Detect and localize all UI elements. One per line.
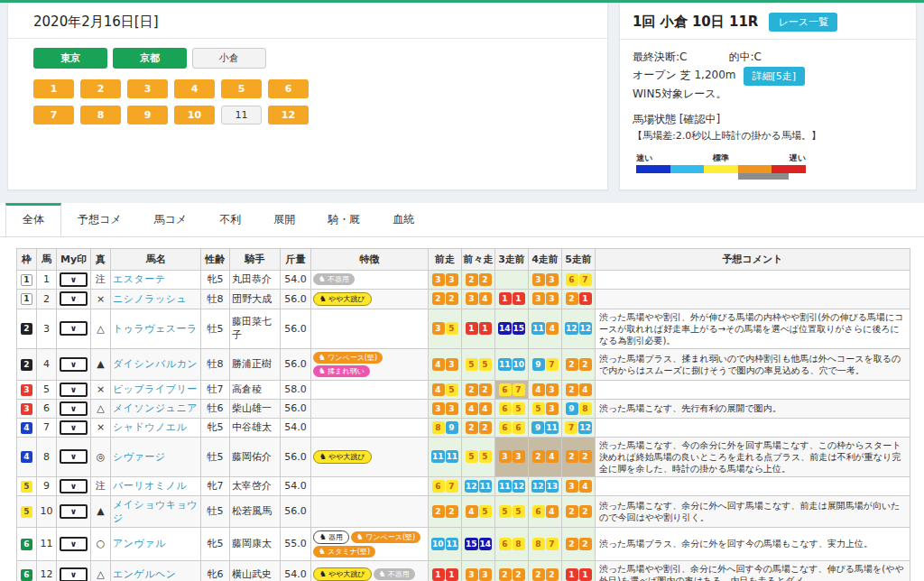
table-row: 47∨×シャドウノエル牝5中谷雄太54.0892266911712	[17, 418, 910, 437]
tab-血統[interactable]: 血統	[376, 203, 430, 236]
run-position-badge: 43	[532, 383, 559, 396]
race-button-2[interactable]: 2	[80, 79, 121, 98]
run-position-value: 9	[532, 358, 545, 371]
horse-name-link[interactable]: ビップライブリー	[113, 383, 198, 395]
my-mark-select[interactable]: ∨	[60, 420, 88, 435]
race-button-7[interactable]: 7	[33, 106, 74, 124]
trait-label: やや大跳び	[328, 569, 365, 579]
trait-badge: ♞器用	[313, 530, 349, 544]
column-header-騎手: 騎手	[230, 248, 281, 270]
race-button-3[interactable]: 3	[127, 79, 168, 98]
frame-cell: 2	[17, 309, 37, 348]
my-mark-select[interactable]: ∨	[60, 272, 88, 287]
tab-予想コメ[interactable]: 予想コメ	[61, 203, 138, 236]
scale-label-standard: 標準	[713, 152, 729, 164]
race-button-4[interactable]: 4	[174, 79, 215, 98]
column-header-馬: 馬	[37, 248, 57, 270]
my-mark-select[interactable]: ∨	[60, 357, 88, 372]
run-cell: 66	[495, 418, 529, 437]
horse-name-link[interactable]: エスターテ	[113, 273, 166, 285]
my-mark-select[interactable]: ∨	[60, 321, 88, 336]
tab-騎・厩[interactable]: 騎・厩	[311, 203, 376, 236]
my-mark-select[interactable]: ∨	[60, 291, 88, 306]
run-cell: 22	[429, 495, 462, 527]
frame-cell: 3	[17, 380, 37, 399]
run-position-value: 4	[579, 383, 592, 396]
table-row: 23∨△トゥラヴェスーラ牡5藤田菜七子56.0351114151141212渋っ…	[17, 309, 910, 348]
traits-cell	[311, 380, 429, 399]
horse-name-cell: エンゲルヘン	[111, 560, 201, 581]
horse-name-link[interactable]: ダイシンバルカン	[113, 358, 198, 370]
race-button-12[interactable]: 12	[268, 106, 309, 124]
horse-name-link[interactable]: メイソンジュニア	[113, 402, 198, 414]
frame-cell: 5	[17, 495, 37, 527]
horse-name-link[interactable]: バーリオミノル	[113, 480, 187, 492]
race-list-button[interactable]: レース一覧	[769, 13, 837, 32]
race-button-6[interactable]: 6	[268, 79, 309, 98]
race-button-5[interactable]: 5	[221, 79, 262, 98]
column-header-馬名: 馬名	[111, 248, 201, 270]
trait-badge: ♞ワンペース(堅)	[351, 531, 420, 543]
venue-button-京都[interactable]: 京都	[113, 48, 187, 69]
venue-buttons: 東京京都小倉	[33, 48, 595, 69]
run-position-value: 13	[546, 480, 559, 493]
tab-馬コメ[interactable]: 馬コメ	[138, 203, 204, 236]
comment-text	[596, 270, 910, 289]
traits-cell	[311, 495, 429, 527]
horse-name-cell: メイソンジュニア	[111, 399, 201, 418]
run-position-value: 3	[446, 273, 458, 286]
horse-name-link[interactable]: アンヴァル	[113, 538, 166, 549]
scale-segment-4	[738, 165, 772, 173]
frame-badge: 5	[21, 481, 32, 493]
race-button-11[interactable]: 11	[221, 106, 262, 124]
my-mark-select[interactable]: ∨	[60, 567, 88, 581]
horse-name-link[interactable]: シャドウノエル	[113, 421, 187, 433]
weight: 58.0	[281, 380, 311, 399]
detail-button[interactable]: 詳細[5走]	[744, 67, 806, 86]
run-cell: 1212	[562, 309, 596, 348]
race-button-10[interactable]: 10	[174, 106, 215, 124]
run-position-value: 7	[513, 383, 525, 396]
comment-text: 渋った馬場やや割引、外が伸びる馬場の内枠やや割引(外の伸びる馬場にコースが取れれ…	[596, 309, 910, 348]
table-row: 36∨△メイソンジュニア牡6柴山雄一56.03344655398渋った馬場こなす…	[17, 399, 910, 418]
sex-age: 牡7	[201, 380, 230, 399]
race-button-8[interactable]: 8	[80, 106, 121, 124]
frame-badge: 5	[21, 506, 32, 518]
horse-name-link[interactable]: ニシノラッシュ	[113, 293, 187, 305]
weight: 54.0	[281, 560, 311, 581]
tab-全体[interactable]: 全体	[5, 203, 61, 236]
run-cell: 1112	[495, 476, 529, 495]
horse-name-link[interactable]: エンゲルヘン	[113, 568, 177, 580]
race-button-9[interactable]: 9	[127, 106, 168, 124]
entries-table: 枠馬My印真馬名性齢騎手斤量特徴前走前々走3走前4走前5走前予想コメント11∨注…	[16, 248, 910, 581]
run-position-value: 5	[446, 322, 458, 335]
trait-badge: ♞スタミナ(堅)	[313, 546, 375, 558]
my-mark-select[interactable]: ∨	[60, 383, 88, 397]
run-cell: 22	[495, 560, 529, 581]
horse-name-link[interactable]: シヴァージ	[113, 451, 166, 463]
horse-name-link[interactable]: トゥラヴェスーラ	[113, 323, 198, 335]
run-position-value: 9	[566, 402, 578, 415]
tab-不利[interactable]: 不利	[203, 203, 257, 236]
race-button-1[interactable]: 1	[33, 79, 74, 98]
my-mark-select[interactable]: ∨	[60, 479, 88, 493]
my-mark-select[interactable]: ∨	[60, 401, 88, 416]
my-mark-select[interactable]: ∨	[60, 504, 88, 519]
run-position-badge: 65	[499, 402, 525, 415]
tab-展開[interactable]: 展開	[257, 203, 311, 236]
hit-rating: 的中:C	[728, 49, 761, 67]
prediction-mark: 注	[91, 270, 111, 289]
horse-name-link[interactable]: メイショウキョウジ	[113, 499, 198, 524]
run-position-value: 6	[432, 480, 445, 493]
horse-icon: ♞	[319, 354, 326, 362]
venue-button-小倉[interactable]: 小倉	[192, 48, 266, 69]
my-mark-select[interactable]: ∨	[60, 537, 88, 551]
my-mark-select[interactable]: ∨	[60, 449, 88, 464]
run-position-value: 4	[466, 505, 478, 518]
run-position-value: 11	[498, 480, 512, 493]
jockey-name: 横山武史	[230, 560, 281, 581]
horse-number: 9	[37, 476, 57, 495]
trait-label: 不器用	[388, 569, 410, 579]
venue-button-東京[interactable]: 東京	[33, 48, 107, 69]
final-decision: 最終決断:C	[633, 49, 687, 67]
